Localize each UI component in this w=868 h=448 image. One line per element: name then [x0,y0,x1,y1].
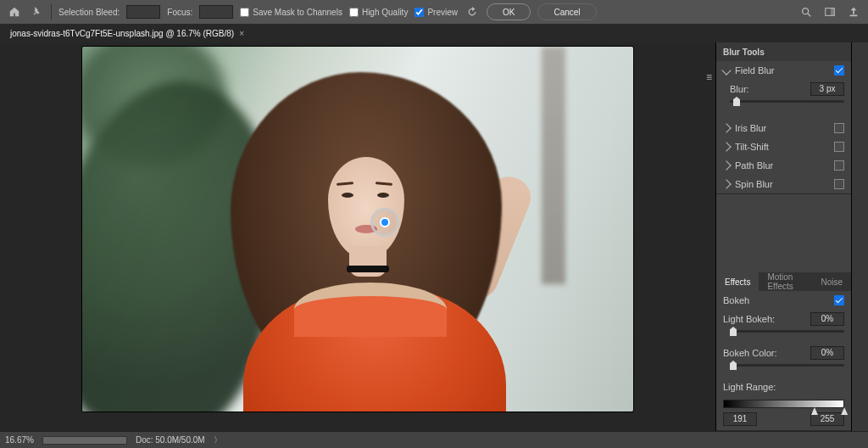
zoom-level[interactable]: 16.67% [5,435,34,445]
path-blur-row[interactable]: Path Blur [716,156,851,175]
tab-noise[interactable]: Noise [812,272,851,291]
blur-pin[interactable] [370,208,399,237]
light-range-slider[interactable] [723,400,844,408]
photo-preview [82,47,633,412]
document-tab[interactable]: jonas-svidras-t6TvCg7Ft5E-unsplash.jpg @… [5,29,249,38]
tilt-toggle[interactable] [834,142,844,152]
spin-blur-row[interactable]: Spin Blur [716,175,851,193]
chevron-down-icon [721,65,731,75]
options-bar: Selection Bleed: Focus: Save Mask to Cha… [0,0,868,24]
workspace-icon[interactable] [822,4,837,20]
blur-value[interactable]: 3 px [810,82,844,96]
ok-button[interactable]: OK [487,3,531,20]
cancel-button[interactable]: Cancel [537,3,596,20]
light-bokeh-row: Light Bokeh: 0% [716,310,851,328]
chevron-right-icon [721,160,731,170]
bokeh-color-value[interactable]: 0% [810,346,844,360]
share-icon[interactable] [846,4,861,20]
tilt-shift-row[interactable]: Tilt-Shift [716,137,851,156]
high-quality-checkbox[interactable]: High Quality [349,8,408,17]
status-bar: 16.67% Doc: 50.0M/50.0M 〉 [0,431,868,448]
focus-input[interactable] [199,5,233,19]
search-icon[interactable] [798,4,814,20]
blur-tools-header: Blur Tools [716,42,851,61]
bokeh-color-slider[interactable] [716,362,851,378]
panel-menu-icon[interactable]: ≡ [706,71,712,83]
blur-amount-row: Blur: 3 px [716,80,851,98]
home-icon[interactable] [7,4,22,20]
collapsed-dock[interactable] [851,42,868,431]
bokeh-color-row: Bokeh Color: 0% [716,344,851,362]
pin-tool-icon[interactable] [29,4,44,20]
path-toggle[interactable] [834,160,844,171]
right-panels: Blur Tools Field Blur Blur: 3 px Iris Bl… [715,42,851,431]
field-blur-row[interactable]: Field Blur [716,61,851,80]
svg-rect-3 [850,15,858,17]
preview-checkbox[interactable]: Preview [415,8,458,17]
iris-blur-row[interactable]: Iris Blur [716,119,851,137]
bokeh-toggle[interactable] [834,295,844,305]
chevron-right-icon [721,123,731,132]
bokeh-row: Bokeh [716,291,851,310]
svg-point-0 [803,8,809,14]
iris-toggle[interactable] [834,123,844,133]
chevron-right-icon[interactable]: 〉 [214,434,222,446]
reset-icon[interactable] [465,4,480,20]
spin-toggle[interactable] [834,179,844,189]
chevron-right-icon [721,179,731,188]
chevron-right-icon [721,142,731,151]
document-tab-bar: jonas-svidras-t6TvCg7Ft5E-unsplash.jpg @… [0,24,868,42]
effects-tabs: Effects Motion Effects Noise [716,272,851,291]
selection-bleed-input[interactable] [126,5,160,19]
light-range-label: Light Range: [716,378,851,396]
light-bokeh-slider[interactable] [716,328,851,344]
doc-scrubber[interactable] [42,436,127,445]
range-min[interactable]: 191 [723,412,757,426]
tab-motion-effects[interactable]: Motion Effects [759,272,812,291]
document-tab-title: jonas-svidras-t6TvCg7Ft5E-unsplash.jpg @… [10,29,234,38]
field-blur-toggle[interactable] [834,65,844,76]
focus-label: Focus: [167,8,192,17]
doc-size: Doc: 50.0M/50.0M [136,435,205,445]
blur-slider[interactable] [716,98,851,114]
selection-bleed-label: Selection Bleed: [58,8,120,17]
tab-effects[interactable]: Effects [716,272,759,291]
svg-rect-2 [831,8,834,16]
save-mask-checkbox[interactable]: Save Mask to Channels [240,8,342,17]
canvas[interactable]: ≡ [0,42,715,431]
light-bokeh-value[interactable]: 0% [810,312,844,326]
close-icon[interactable]: × [239,29,244,38]
